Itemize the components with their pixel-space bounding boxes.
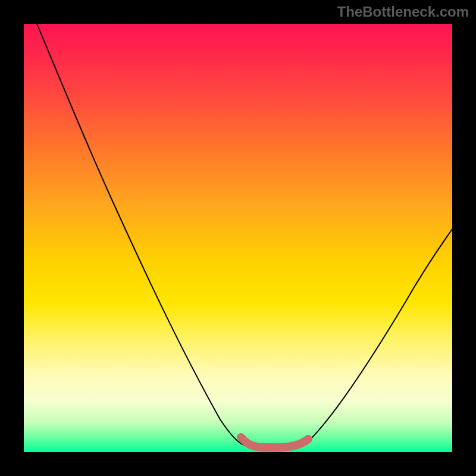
watermark-text: TheBottleneck.com xyxy=(337,4,469,20)
trough-highlight xyxy=(241,437,308,447)
bottleneck-curve-line xyxy=(37,24,452,447)
curve-svg xyxy=(24,24,452,452)
plot-area xyxy=(24,24,452,452)
